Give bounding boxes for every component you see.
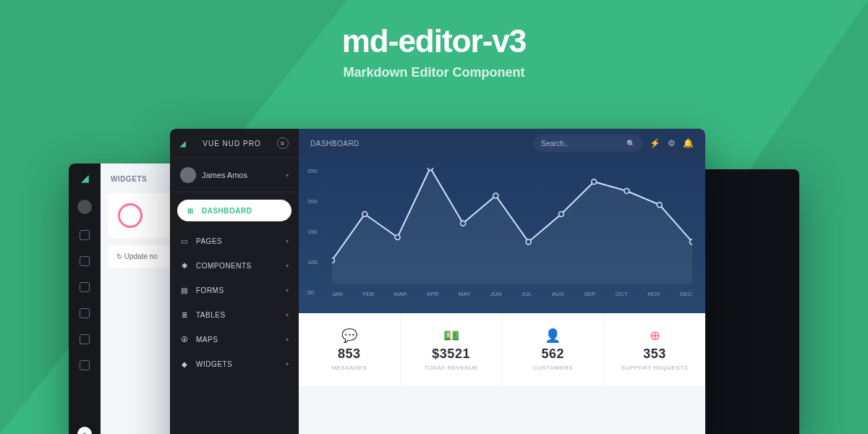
sidebar-item-label: DASHBOARD (202, 207, 252, 215)
sidebar-item-pages[interactable]: ▭PAGES▾ (170, 229, 299, 253)
chevron-down-icon: ▾ (286, 287, 289, 294)
gear-icon[interactable]: ⚙ (668, 138, 676, 148)
hero-title: md-editor-v3 (0, 23, 868, 59)
stat-card: 💬853MESSAGES (299, 313, 401, 386)
stat-value: 353 (643, 346, 666, 362)
avatar-icon (77, 200, 92, 214)
svg-point-8 (592, 179, 597, 184)
stats-row: 💬853MESSAGES💵$3521TODAY REVENUE👤562CUSTO… (299, 313, 705, 386)
svg-point-2 (395, 235, 400, 240)
y-tick: 250 (307, 168, 317, 174)
preview-card-center: ◢ VUE NUD PRO ≡ James Amos ▾ ⊞DASHBOARD▭… (170, 129, 705, 434)
lifebuoy-icon: ⊕ (650, 328, 660, 344)
maps-icon: ⦿ (180, 335, 189, 344)
sidebar-item-label: WIDGETS (196, 360, 232, 368)
chevron-down-icon: ▾ (286, 361, 289, 367)
svg-point-6 (526, 239, 531, 244)
stat-label: SUPPORT REQUESTS (621, 365, 689, 371)
rail-icon[interactable] (80, 334, 90, 344)
money-icon: 💵 (443, 328, 459, 344)
sidebar-item-maps[interactable]: ⦿MAPS▾ (170, 327, 299, 352)
person-icon: 👤 (545, 328, 561, 344)
dashboard-icon: ⊞ (186, 206, 195, 215)
x-tick: JAN (332, 291, 343, 297)
pages-icon: ▭ (180, 237, 189, 245)
hero-subtitle: Markdown Editor Component (0, 65, 868, 80)
logo-icon: ◢ (81, 172, 89, 184)
stat-value: 853 (338, 346, 361, 362)
chevron-down-icon: ▾ (286, 336, 289, 343)
x-tick: APR (427, 291, 438, 297)
stat-label: MESSAGES (331, 365, 367, 371)
x-tick: DEC (680, 291, 692, 297)
chevron-down-icon: ▾ (286, 172, 289, 179)
svg-point-5 (493, 193, 498, 198)
x-tick: NOV (647, 291, 660, 297)
x-tick: JUN (490, 291, 502, 297)
stat-label: TODAY REVENUE (425, 365, 478, 371)
logo-icon: ◢ (180, 140, 187, 148)
main-panel: DASHBOARD Search.. 🔍 ⚡ ⚙ 🔔 250 200 150 1… (299, 129, 705, 434)
sidebar-item-components[interactable]: ✱COMPONENTS▾ (170, 253, 299, 278)
hero: md-editor-v3 Markdown Editor Component (0, 0, 868, 80)
rail-icon[interactable] (80, 360, 90, 370)
preview-stage: ◢ ◆ WIDGETS ↻ Update no ⊞ DASHBOARD plan… (69, 129, 799, 434)
breadcrumb: DASHBOARD (310, 140, 359, 148)
search-placeholder: Search.. (541, 140, 568, 148)
chevron-down-icon: ▾ (286, 238, 289, 244)
svg-point-3 (427, 168, 433, 171)
svg-point-0 (332, 258, 334, 263)
sidebar-item-label: MAPS (196, 336, 218, 344)
rail-icon[interactable] (80, 308, 90, 318)
search-input[interactable]: Search.. 🔍 (534, 135, 642, 152)
chat-icon: 💬 (341, 328, 357, 344)
menu-toggle-icon[interactable]: ≡ (277, 137, 289, 149)
sidebar-item-label: COMPONENTS (196, 262, 252, 270)
x-tick: FEB (363, 291, 375, 297)
tables-icon: ≣ (180, 310, 189, 319)
stat-label: CUSTOMERS (533, 365, 573, 371)
stat-card: 👤562CUSTOMERS (503, 313, 605, 386)
x-tick: AUG (552, 291, 564, 297)
x-tick: MAR (394, 291, 407, 297)
sidebar-brand-row: ◢ VUE NUD PRO ≡ (170, 129, 299, 158)
chart-panel: 250 200 150 100 50 JANFEBMARAPRMAYJUNJUL… (299, 158, 705, 313)
bell-icon[interactable]: 🔔 (683, 138, 694, 148)
sidebar-item-dashboard[interactable]: ⊞DASHBOARD (177, 200, 292, 221)
sidebar-item-tables[interactable]: ≣TABLES▾ (170, 302, 299, 327)
y-tick: 150 (307, 229, 317, 235)
rail-icon[interactable] (80, 230, 90, 240)
rail-icon[interactable] (80, 282, 90, 292)
svg-point-9 (624, 189, 629, 194)
user-name: James Amos (202, 171, 247, 179)
chevron-down-icon: ▾ (286, 263, 289, 269)
svg-point-10 (657, 203, 662, 208)
sidebar-item-label: PAGES (196, 237, 222, 245)
sidebar-item-label: FORMS (196, 286, 224, 294)
x-tick: OCT (616, 291, 628, 297)
stat-card: 💵$3521TODAY REVENUE (401, 313, 503, 386)
components-icon: ✱ (180, 261, 189, 270)
rail-active-icon[interactable]: ◆ (77, 427, 92, 434)
y-tick: 50 (307, 289, 317, 296)
widgets-icon: ◆ (180, 359, 189, 368)
brand-label: VUE NUD PRO (203, 140, 260, 148)
stat-value: $3521 (432, 346, 470, 362)
y-tick: 100 (307, 259, 317, 265)
svg-point-11 (690, 239, 692, 244)
sidebar-user[interactable]: James Amos ▾ (170, 158, 299, 192)
avatar-icon (180, 167, 196, 183)
activity-icon[interactable]: ⚡ (650, 138, 660, 148)
chevron-down-icon: ▾ (286, 312, 289, 318)
forms-icon: ▤ (180, 286, 189, 294)
topbar: DASHBOARD Search.. 🔍 ⚡ ⚙ 🔔 (299, 129, 705, 158)
chart-y-axis: 250 200 150 100 50 (307, 168, 317, 296)
rail-icon[interactable] (80, 256, 90, 266)
sidebar-item-label: TABLES (196, 311, 226, 319)
stat-value: 562 (542, 346, 565, 362)
mini-sidebar-rail: ◢ ◆ (69, 163, 101, 434)
search-icon: 🔍 (626, 140, 635, 148)
sidebar-item-forms[interactable]: ▤FORMS▾ (170, 278, 299, 302)
sidebar-item-widgets[interactable]: ◆WIDGETS▾ (170, 352, 299, 376)
x-tick: SEP (584, 291, 595, 297)
